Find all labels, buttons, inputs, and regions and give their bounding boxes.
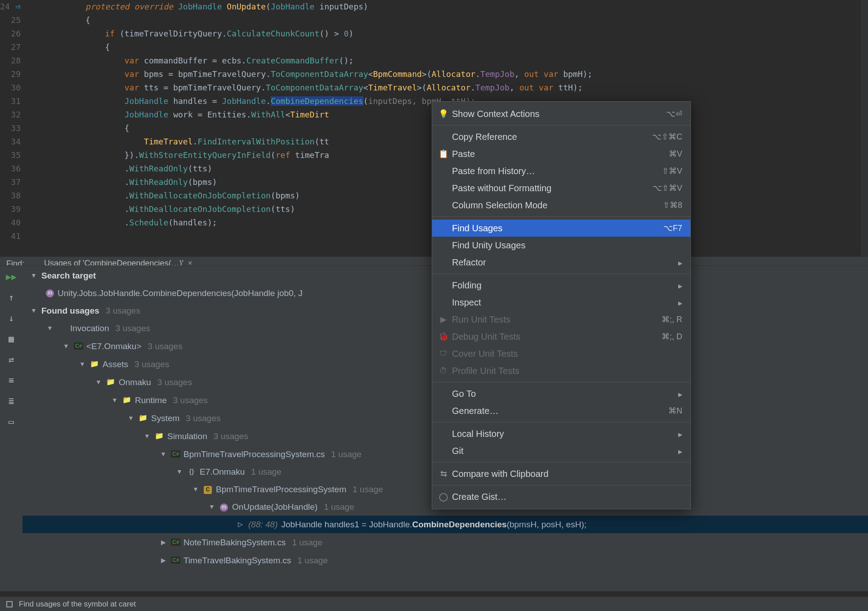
chevron-down-icon[interactable]: [78, 355, 86, 373]
menu-item-label: Find Unity Usages: [450, 240, 646, 251]
menu-item-paste-without-formatting[interactable]: Paste without Formatting⌥⇧⌘V: [432, 180, 690, 197]
tree-label: BpmTimeTravelProcessingSystem.cs: [183, 445, 325, 463]
menu-shortcut: ⌘;, D: [646, 332, 682, 341]
usage-count: 1 usage: [353, 481, 383, 498]
tree-label: Assets: [103, 355, 128, 373]
menu-item-go-to[interactable]: Go To: [432, 385, 690, 402]
chevron-down-icon[interactable]: [192, 481, 200, 498]
context-menu[interactable]: 💡Show Context Actions⌥⏎Copy Reference⌥⇧⌘…: [432, 101, 691, 509]
menu-separator: [432, 462, 690, 463]
menu-item-label: Show Context Actions: [450, 109, 646, 119]
tree-label: OnUpdate(JobHandle): [232, 498, 318, 516]
line-number: 24 ↑0: [0, 0, 21, 13]
found-usages-count: 3 usages: [106, 302, 140, 319]
tree-label: NoteTimeBakingSystem.cs: [183, 534, 286, 551]
tree-row[interactable]: ▷(88: 48) JobHandle handles1 = JobHandle…: [22, 516, 868, 533]
next-occurrence-icon[interactable]: ↓: [9, 313, 14, 323]
line-number: 39: [0, 202, 21, 216]
code-line[interactable]: var tts = bpmTimeTravelQuery.ToComponent…: [27, 81, 868, 94]
layout-icon[interactable]: ▭: [9, 416, 14, 427]
filter-icon[interactable]: ≣: [9, 395, 14, 406]
menu-item-show-context-actions[interactable]: 💡Show Context Actions⌥⏎: [432, 105, 690, 122]
editor-scrollbar[interactable]: [861, 0, 868, 256]
menu-item-local-history[interactable]: Local History: [432, 425, 690, 442]
menu-shortcut: ⌘;, R: [646, 314, 682, 324]
menu-separator: [432, 216, 690, 217]
menu-item-folding[interactable]: Folding: [432, 277, 690, 294]
code-line[interactable]: var commandBuffer = ecbs.CreateCommandBu…: [27, 54, 868, 67]
usage-count: 1 usage: [297, 552, 328, 569]
menu-item-label: Compare with Clipboard: [450, 469, 646, 479]
menu-item-label: Run Unit Tests: [450, 314, 646, 325]
menu-shortcut: ⌥F7: [646, 223, 682, 233]
usage-count: 3 usages: [116, 319, 150, 337]
tree-row[interactable]: C#NoteTimeBakingSystem.cs1 usage: [22, 533, 868, 551]
menu-item-git[interactable]: Git: [432, 442, 690, 459]
line-number: 25: [0, 13, 21, 27]
code-line[interactable]: var bpms = bpmTimeTravelQuery.ToComponen…: [27, 67, 868, 81]
line-number: 41: [0, 229, 21, 243]
usage-count: 1 usage: [324, 498, 354, 516]
menu-item-compare-with-clipboard[interactable]: ⇆Compare with Clipboard: [432, 465, 690, 482]
chevron-down-icon[interactable]: [94, 373, 103, 391]
submenu-arrow-icon: [646, 258, 682, 267]
menu-item-label: Debug Unit Tests: [450, 332, 646, 342]
chevron-down-icon[interactable]: [175, 463, 183, 481]
status-indicator-icon: [6, 601, 13, 607]
menu-item-inspect[interactable]: Inspect: [432, 294, 690, 311]
status-text: Find usages of the symbol at caret: [19, 600, 136, 609]
line-number: 32: [0, 108, 21, 121]
chevron-right-icon[interactable]: [159, 534, 167, 551]
chevron-right-icon[interactable]: [159, 552, 167, 569]
line-number: 37: [0, 175, 21, 189]
chevron-down-icon[interactable]: [46, 319, 54, 337]
line-number: 36: [0, 162, 21, 175]
line-number: 38: [0, 189, 21, 202]
chevron-down-icon[interactable]: [111, 391, 119, 409]
menu-item-refactor[interactable]: Refactor: [432, 254, 690, 271]
menu-shortcut: ⌘N: [646, 406, 682, 416]
menu-item-column-selection-mode[interactable]: Column Selection Mode⇧⌘8: [432, 197, 690, 214]
tree-row[interactable]: C#TimeTravelBakingSystem.cs1 usage: [22, 551, 868, 569]
menu-item-generate[interactable]: Generate…⌘N: [432, 402, 690, 419]
find-side-toolbar: ▶▶ ↑ ↓ ▦ ⇄ ≡ ≣ ▭: [0, 266, 22, 591]
code-line[interactable]: {: [27, 40, 868, 54]
namespace-icon: {}: [187, 463, 196, 481]
usage-count: 3 usages: [173, 391, 208, 409]
menu-item-find-usages[interactable]: Find Usages⌥F7: [432, 220, 690, 237]
code-line[interactable]: protected override JobHandle OnUpdate(Jo…: [27, 0, 868, 13]
class-icon: C: [203, 481, 212, 498]
group-icon[interactable]: ▦: [9, 333, 14, 344]
chevron-down-icon[interactable]: [159, 445, 167, 463]
menu-item-paste[interactable]: 📋Paste⌘V: [432, 145, 690, 162]
menu-item-paste-from-history[interactable]: Paste from History…⇧⌘V: [432, 162, 690, 180]
menu-item-copy-reference[interactable]: Copy Reference⌥⇧⌘C: [432, 128, 690, 145]
chevron-down-icon[interactable]: [143, 427, 151, 445]
diff-icon[interactable]: ⇄: [9, 354, 14, 365]
line-number: 29: [0, 67, 21, 81]
submenu-arrow-icon: [646, 389, 682, 399]
chevron-down-icon[interactable]: [127, 409, 135, 427]
code-line[interactable]: {: [27, 13, 868, 27]
menu-item-label: Git: [450, 446, 646, 456]
autoscroll-icon[interactable]: ≡: [9, 375, 14, 386]
menu-item-label: Find Usages: [450, 223, 646, 234]
tree-label: Simulation: [167, 427, 207, 445]
search-target-fqn: Unity.Jobs.JobHandle.CombineDependencies…: [58, 284, 303, 302]
menu-item-label: Create Gist…: [450, 492, 646, 502]
menu-item-label: Folding: [450, 280, 646, 291]
csharp-file-icon: C#: [171, 533, 180, 551]
rerun-icon[interactable]: ▶▶: [6, 271, 17, 282]
chevron-down-icon[interactable]: [30, 267, 38, 284]
usage-location: (88: 48): [248, 516, 277, 533]
code-line[interactable]: if (timeTravelDirtyQuery.CalculateChunkC…: [27, 27, 868, 40]
chevron-down-icon[interactable]: [208, 498, 216, 516]
menu-item-create-gist[interactable]: ◯Create Gist…: [432, 488, 690, 505]
prev-occurrence-icon[interactable]: ↑: [9, 292, 14, 303]
menu-item-find-unity-usages[interactable]: Find Unity Usages: [432, 237, 690, 254]
menu-item-label: Inspect: [450, 297, 646, 308]
chevron-down-icon[interactable]: [62, 337, 70, 355]
menu-item-label: Column Selection Mode: [450, 200, 646, 211]
menu-item-label: Go To: [450, 389, 646, 399]
chevron-down-icon[interactable]: [30, 302, 38, 319]
